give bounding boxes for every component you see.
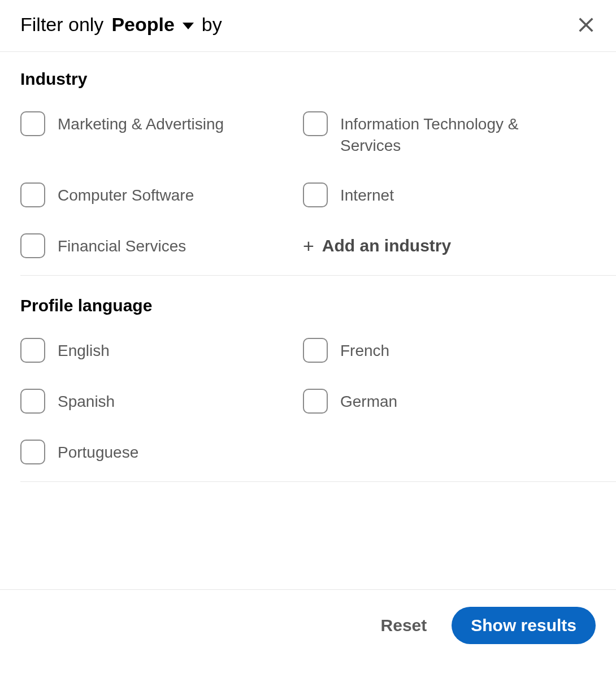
checkbox[interactable]	[20, 389, 45, 414]
industry-section: Industry Marketing & Advertising Informa…	[20, 69, 616, 276]
entity-label: People	[111, 14, 174, 36]
add-industry-button[interactable]: + Add an industry	[303, 233, 616, 258]
language-option-label: Portuguese	[58, 440, 138, 463]
filter-suffix: by	[202, 14, 222, 36]
language-option[interactable]: English	[20, 338, 303, 363]
industry-option-label: Internet	[340, 182, 394, 206]
plus-icon: +	[303, 236, 314, 255]
checkbox[interactable]	[20, 233, 45, 258]
industry-option-label: Computer Software	[58, 182, 194, 206]
language-option[interactable]: German	[303, 389, 616, 414]
language-option[interactable]: Spanish	[20, 389, 303, 414]
language-option[interactable]: French	[303, 338, 616, 363]
filter-prefix: Filter only	[20, 14, 103, 36]
industry-option-label: Financial Services	[58, 233, 186, 257]
filter-title: Filter only People by	[20, 14, 222, 36]
industry-heading: Industry	[20, 69, 616, 89]
filter-header: Filter only People by	[0, 0, 616, 52]
language-option-label: German	[340, 389, 397, 412]
filter-footer: Reset Show results	[0, 589, 616, 678]
add-industry-label: Add an industry	[322, 236, 451, 255]
language-option[interactable]: Portuguese	[20, 440, 303, 464]
industry-option-label: Information Technology & Services	[340, 111, 544, 157]
industry-option[interactable]: Marketing & Advertising	[20, 111, 303, 157]
language-heading: Profile language	[20, 296, 616, 315]
language-option-label: Spanish	[58, 389, 115, 412]
language-option-label: English	[58, 338, 110, 362]
close-button[interactable]	[576, 15, 596, 34]
language-section: Profile language English French Spanish …	[20, 296, 616, 482]
close-icon	[576, 15, 596, 34]
industry-option-label: Marketing & Advertising	[58, 111, 224, 135]
checkbox[interactable]	[303, 182, 328, 207]
checkbox[interactable]	[303, 111, 328, 136]
industry-option[interactable]: Financial Services	[20, 233, 303, 258]
checkbox[interactable]	[20, 440, 45, 464]
checkbox[interactable]	[20, 182, 45, 207]
checkbox[interactable]	[303, 338, 328, 363]
industry-option[interactable]: Computer Software	[20, 182, 303, 207]
entity-dropdown[interactable]: People	[111, 14, 193, 36]
industry-option[interactable]: Internet	[303, 182, 616, 207]
show-results-button[interactable]: Show results	[452, 607, 596, 644]
checkbox[interactable]	[303, 389, 328, 414]
caret-down-icon	[183, 23, 194, 29]
filter-body: The Wharton School + Add a school Indust…	[0, 52, 616, 589]
reset-button[interactable]: Reset	[381, 616, 427, 635]
industry-option[interactable]: Information Technology & Services	[303, 111, 616, 157]
language-option-label: French	[340, 338, 389, 362]
checkbox[interactable]	[20, 338, 45, 363]
checkbox[interactable]	[20, 111, 45, 136]
